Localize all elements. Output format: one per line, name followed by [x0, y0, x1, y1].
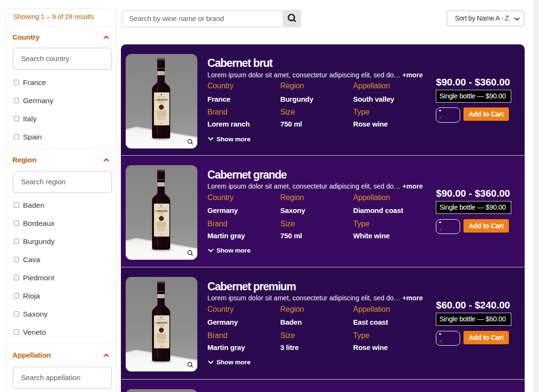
- svg-text:CHIANTI: CHIANTI: [155, 321, 167, 324]
- svg-text:CHIANTI: CHIANTI: [155, 210, 167, 212]
- svg-text:CHIANTI: CHIANTI: [155, 98, 167, 101]
